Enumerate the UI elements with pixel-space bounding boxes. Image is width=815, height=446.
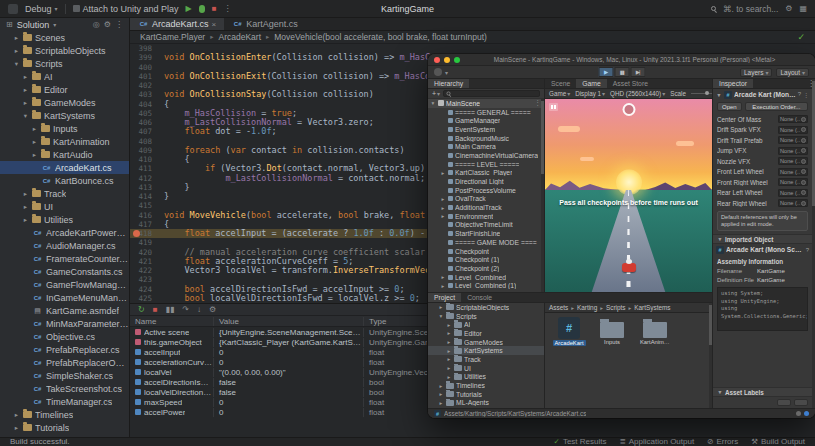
object-picker-icon[interactable] [801, 138, 806, 143]
solution-item[interactable]: ▸KartAnimation [0, 135, 129, 148]
line-number[interactable]: 402 [130, 81, 160, 90]
solution-item[interactable]: ▸C#TakeScreenshot.cs [0, 382, 129, 395]
unity-titlebar[interactable]: MainScene - KartingGame - Windows, Mac, … [428, 54, 815, 66]
breadcrumb-class[interactable]: ArcadeKart [218, 32, 261, 42]
line-number[interactable]: 416 [130, 211, 160, 220]
line-number[interactable]: 408 [130, 137, 160, 146]
tab-scene[interactable]: Scene [545, 79, 576, 88]
stop-icon[interactable]: ■ [153, 306, 158, 314]
tab-console[interactable]: Console [461, 293, 498, 302]
breadcrumb-item[interactable]: Karting [577, 304, 597, 311]
solution-item[interactable]: ▸Inputs [0, 122, 129, 135]
hierarchy-item[interactable]: ▾MainScene⋮ [428, 99, 544, 108]
resolution-menu[interactable]: QHD (2560x1440) ▾ [610, 90, 665, 97]
display-menu[interactable]: Display 1 ▾ [575, 90, 605, 97]
hierarchy-item[interactable]: ▸Checkpoint [428, 247, 544, 256]
hierarchy-item[interactable]: ▸KartClassic_Player [428, 169, 544, 178]
line-number[interactable]: 425 [130, 294, 160, 303]
selected-asset-path[interactable]: Assets/Karting/Scripts/KartSystems/Arcad… [444, 410, 586, 417]
object-field[interactable]: None (…) [778, 189, 808, 197]
layout-grid-icon[interactable]: ▦ [799, 5, 807, 13]
line-number[interactable]: 406 [130, 118, 160, 127]
solution-item[interactable]: ▸C#ArcadeKartPowerup.cs [0, 226, 129, 239]
toolwindow-button-test-results[interactable]: ✓Test Results [554, 438, 607, 446]
scale-slider[interactable] [691, 93, 712, 94]
app-logo[interactable] [8, 4, 18, 14]
line-number[interactable]: 407 [130, 127, 160, 136]
asset-item[interactable]: Inputs [595, 317, 629, 345]
object-field[interactable]: None (…) [778, 199, 808, 207]
asset-item[interactable]: #ArcadeKart [552, 317, 586, 346]
object-field[interactable]: None (…) [778, 115, 808, 123]
solution-item[interactable]: ▸C#SimpleShaker.cs [0, 369, 129, 382]
locate-icon[interactable]: ◎ [93, 21, 100, 29]
line-number[interactable]: 409 [130, 146, 160, 155]
line-number[interactable]: 422 [130, 266, 160, 275]
solution-item[interactable]: ▸GameModes [0, 96, 129, 109]
solution-item[interactable]: ▸ScriptableObjects [0, 44, 129, 57]
hierarchy-item[interactable]: ▸GameManager [428, 116, 544, 125]
hierarchy-item[interactable]: ▸Level_Combined [428, 273, 544, 282]
settings-gear-icon[interactable]: ⚙ [209, 306, 216, 314]
settings-gear-icon[interactable]: ⚙ [104, 21, 111, 29]
object-picker-icon[interactable] [801, 190, 806, 195]
hierarchy-item[interactable]: ▸ObjectiveTimeLimit [428, 221, 544, 230]
line-number[interactable]: 411 [130, 164, 160, 173]
hierarchy-item[interactable]: ▸OvalTrack [428, 195, 544, 204]
project-tree-item[interactable]: ▸AI [428, 320, 544, 329]
solution-item[interactable]: ▾KartSystems [0, 109, 129, 122]
tab-game[interactable]: Game [576, 79, 607, 88]
tab-asset-store[interactable]: Asset Store [607, 79, 654, 88]
play-button[interactable]: ▶ [598, 67, 613, 77]
object-field[interactable]: None (…) [778, 126, 808, 134]
game-view-menu[interactable]: Game ▾ [549, 90, 570, 97]
project-tree-item[interactable]: ▸Editor [428, 329, 544, 338]
solution-item[interactable]: ▸C#PrefabReplacer.cs [0, 343, 129, 356]
hierarchy-item[interactable]: ▸Directional Light [428, 177, 544, 186]
line-number[interactable]: 424 [130, 285, 160, 294]
line-number[interactable]: 401 [130, 72, 160, 81]
line-number[interactable]: 400 [130, 63, 160, 72]
solution-item[interactable]: ▸C#TimeManager.cs [0, 395, 129, 408]
slider-knob[interactable] [705, 91, 709, 95]
solution-item[interactable]: ▸AI [0, 70, 129, 83]
hierarchy-item[interactable]: ▸===== LEVEL ===== [428, 160, 544, 169]
line-number[interactable]: 405 [130, 109, 160, 118]
help-icon[interactable]: ? [806, 247, 809, 253]
project-tree-item[interactable]: ▸UI [428, 364, 544, 373]
solution-item[interactable]: ▸C#GameConstants.cs [0, 265, 129, 278]
project-tree-item[interactable]: ▸Tutorials [428, 390, 544, 399]
solution-item[interactable]: ▸C#PrefabReplacerOnInstantiate.cs [0, 356, 129, 369]
hierarchy-item[interactable]: ▸BackgroundMusic [428, 134, 544, 143]
hierarchy-item[interactable]: ▸Level_Combined (1) [428, 281, 544, 290]
more-actions-icon[interactable]: ⋮ [224, 5, 232, 13]
object-field[interactable]: None (…) [778, 147, 808, 155]
hierarchy-item[interactable]: ▸Environment [428, 212, 544, 221]
hierarchy-item[interactable]: ▸AdditionalTrack [428, 203, 544, 212]
debug-button[interactable] [199, 5, 205, 13]
more-icon[interactable]: ⋮ [115, 21, 123, 29]
object-picker-icon[interactable] [801, 127, 806, 132]
step-over-icon[interactable]: ↷ [182, 306, 189, 314]
solution-item[interactable]: ▸C#FramerateCounter.cs [0, 252, 129, 265]
object-picker-icon[interactable] [801, 180, 806, 185]
object-picker-icon[interactable] [801, 201, 806, 206]
solution-item[interactable]: ▸C#InGameMenuManager.cs [0, 291, 129, 304]
inspection-check-icon[interactable]: ✓ [797, 32, 805, 42]
code-text[interactable] [160, 44, 815, 53]
line-number[interactable]: 420 [130, 248, 160, 257]
asset-item[interactable]: KartAnimation [638, 317, 672, 345]
object-picker-icon[interactable] [801, 117, 806, 122]
account-icon[interactable] [434, 68, 442, 76]
project-tree-item[interactable]: ▾Scripts [428, 312, 544, 321]
object-field[interactable]: None (…) [778, 178, 808, 186]
execution-order-button[interactable]: Execution Order... [745, 102, 808, 111]
solution-item[interactable]: ▸C#GameFlowManager.cs [0, 278, 129, 291]
breadcrumb-item[interactable]: Scripts [606, 304, 626, 311]
solution-item[interactable]: ▸UI [0, 200, 129, 213]
object-field[interactable]: None (…) [778, 168, 808, 176]
breadcrumb-item[interactable]: Assets [549, 304, 568, 311]
pause-menu-button[interactable] [549, 103, 558, 111]
close-window-button[interactable] [434, 57, 440, 63]
solution-item[interactable]: ▸▤KartGame.asmdef [0, 304, 129, 317]
